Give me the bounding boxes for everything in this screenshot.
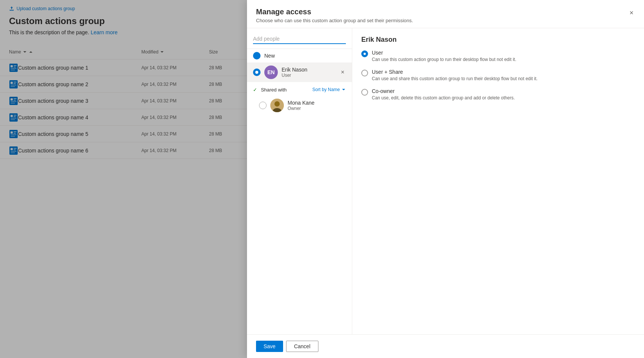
coowner-perm-name: Co-owner (372, 88, 635, 94)
chevron-down-icon (341, 87, 346, 92)
left-panel: New EN Erik Nason User × ✓ (247, 28, 352, 334)
modal-close-button[interactable]: × (628, 8, 635, 18)
modal-footer: Save Cancel (247, 334, 644, 358)
checkmark-icon: ✓ (253, 87, 257, 93)
erik-avatar: EN (264, 66, 278, 79)
user-radio[interactable] (361, 50, 368, 57)
erik-remove-button[interactable]: × (339, 67, 346, 77)
shared-label-group: ✓ Shared with (253, 87, 287, 93)
user-perm-text: User Can use this custom action group to… (372, 50, 635, 63)
sort-by-button[interactable]: Sort by Name (312, 87, 346, 92)
user-perm-desc: Can use this custom action group to run … (372, 56, 635, 63)
user-share-perm-text: User + Share Can use and share this cust… (372, 69, 635, 82)
modal-body: New EN Erik Nason User × ✓ (247, 28, 644, 334)
user-perm-name: User (372, 50, 635, 56)
background-page: Upload custom actions group Custom actio… (0, 0, 644, 358)
coowner-permission-option[interactable]: Co-owner Can use, edit, delete this cust… (361, 88, 635, 101)
add-people-input[interactable] (253, 34, 346, 44)
add-people-section (247, 34, 352, 49)
modal-header: Manage access Choose who can use this cu… (247, 0, 644, 28)
cancel-button[interactable]: Cancel (286, 341, 318, 352)
user-share-perm-name: User + Share (372, 69, 635, 75)
mona-name: Mona Kane (288, 100, 340, 106)
erik-role: User (282, 73, 336, 78)
mona-avatar-image (270, 99, 284, 112)
mona-role: Owner (288, 106, 340, 111)
erik-nason-item[interactable]: EN Erik Nason User × (247, 62, 352, 82)
modal-header-text: Manage access Choose who can use this cu… (256, 8, 413, 23)
coowner-radio[interactable] (361, 89, 368, 96)
manage-access-modal: Manage access Choose who can use this cu… (247, 0, 644, 358)
erik-selected-dot (253, 69, 261, 76)
modal-title: Manage access (256, 8, 413, 16)
sort-by-label: Sort by Name (312, 87, 340, 92)
new-label: New (264, 53, 275, 59)
mona-kane-item[interactable]: Mona Kane Owner (253, 96, 346, 115)
mona-info: Mona Kane Owner (288, 100, 340, 111)
modal-subtitle: Choose who can use this custom action gr… (256, 18, 413, 23)
shared-header: ✓ Shared with Sort by Name (253, 87, 346, 93)
user-share-perm-desc: Can use and share this custom action gro… (372, 76, 635, 82)
permission-panel-title: Erik Nason (361, 36, 635, 44)
right-panel: Erik Nason User Can use this custom acti… (352, 28, 644, 334)
user-permission-option[interactable]: User Can use this custom action group to… (361, 50, 635, 63)
shared-with-section: ✓ Shared with Sort by Name (247, 82, 352, 118)
svg-point-37 (274, 101, 280, 107)
new-item[interactable]: New (247, 49, 352, 62)
user-share-radio[interactable] (361, 70, 368, 76)
mona-circle (259, 102, 267, 109)
shared-with-label: Shared with (261, 87, 287, 93)
user-share-permission-option[interactable]: User + Share Can use and share this cust… (361, 69, 635, 82)
erik-info: Erik Nason User (282, 67, 336, 78)
erik-name: Erik Nason (282, 67, 336, 73)
coowner-perm-text: Co-owner Can use, edit, delete this cust… (372, 88, 635, 101)
coowner-perm-desc: Can use, edit, delete this custom action… (372, 95, 635, 101)
mona-avatar (270, 99, 284, 112)
new-dot (253, 52, 261, 59)
save-button[interactable]: Save (256, 341, 283, 352)
